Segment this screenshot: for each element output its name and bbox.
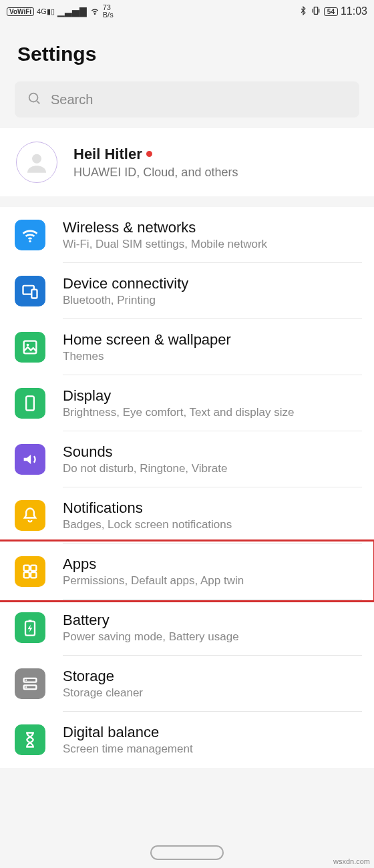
status-bar: VoWiFi 4G▮▯ ▁▃▅▇ 73 B/s 54 11:03 (0, 0, 374, 23)
settings-item-notifications[interactable]: NotificationsBadges, Lock screen notific… (0, 487, 374, 544)
wallpaper-icon (15, 332, 45, 363)
account-row[interactable]: Heil Hitler HUAWEI ID, Cloud, and others (0, 128, 374, 196)
storage-icon (15, 668, 45, 699)
item-subtitle: Wi-Fi, Dual SIM settings, Mobile network (63, 238, 362, 251)
battery-indicator: 54 (324, 7, 338, 16)
svg-point-0 (94, 13, 95, 14)
battery-icon (15, 612, 45, 643)
sound-icon (15, 444, 45, 475)
item-title: Wireless & networks (63, 219, 362, 236)
status-left: VoWiFi 4G▮▯ ▁▃▅▇ 73 B/s (7, 4, 114, 19)
apps-icon (15, 556, 45, 587)
item-subtitle: Brightness, Eye comfort, Text and displa… (63, 406, 362, 419)
signal-icon: 4G▮▯ (37, 7, 55, 16)
search-placeholder: Search (51, 92, 93, 107)
item-title: Device connectivity (63, 275, 362, 292)
item-title: Home screen & wallpaper (63, 331, 362, 349)
item-subtitle: Storage cleaner (63, 686, 362, 700)
display-icon (15, 388, 45, 419)
svg-rect-1 (314, 7, 317, 14)
settings-list: Wireless & networksWi-Fi, Dual SIM setti… (0, 207, 374, 768)
search-icon (27, 91, 41, 109)
item-title: Display (63, 387, 362, 405)
net-speed: 73 B/s (103, 4, 114, 19)
notification-dot (146, 151, 152, 157)
bluetooth-icon (299, 6, 308, 17)
settings-item-display[interactable]: DisplayBrightness, Eye comfort, Text and… (0, 375, 374, 431)
item-subtitle: Power saving mode, Battery usage (63, 630, 362, 644)
account-subtitle: HUAWEI ID, Cloud, and others (73, 166, 358, 180)
item-subtitle: Permissions, Default apps, App twin (63, 574, 362, 588)
settings-item-home-screen-wallpaper[interactable]: Home screen & wallpaperThemes (0, 319, 374, 375)
svg-point-2 (29, 93, 38, 101)
item-subtitle: Themes (63, 350, 362, 363)
item-title: Battery (63, 612, 362, 629)
device-icon (15, 276, 45, 306)
settings-item-device-connectivity[interactable]: Device connectivityBluetooth, Printing (0, 263, 374, 319)
settings-item-digital-balance[interactable]: Digital balanceScreen time management (0, 712, 374, 768)
vibrate-icon (311, 5, 321, 18)
settings-item-sounds[interactable]: SoundsDo not disturb, Ringtone, Vibrate (0, 431, 374, 487)
page-title: Settings (0, 23, 374, 81)
watermark: wsxdn.com (333, 857, 370, 865)
account-name: Heil Hitler (73, 146, 358, 163)
item-subtitle: Screen time management (63, 742, 362, 756)
status-right: 54 11:03 (299, 5, 367, 18)
svg-point-3 (32, 154, 41, 164)
settings-item-wireless-networks[interactable]: Wireless & networksWi-Fi, Dual SIM setti… (0, 207, 374, 263)
vowifi-badge: VoWiFi (7, 7, 34, 16)
item-subtitle: Bluetooth, Printing (63, 294, 362, 307)
hourglass-icon (15, 724, 45, 755)
bars-icon: ▁▃▅▇ (57, 6, 87, 17)
search-input[interactable]: Search (15, 81, 359, 118)
settings-item-storage[interactable]: StorageStorage cleaner (0, 656, 374, 712)
settings-item-battery[interactable]: BatteryPower saving mode, Battery usage (0, 600, 374, 656)
nav-pill[interactable] (150, 845, 224, 860)
item-subtitle: Do not disturb, Ringtone, Vibrate (63, 462, 362, 475)
item-subtitle: Badges, Lock screen notifications (63, 518, 362, 531)
wifi-icon (15, 220, 45, 250)
settings-item-apps[interactable]: AppsPermissions, Default apps, App twin (0, 544, 374, 600)
item-title: Notifications (63, 499, 362, 517)
item-title: Apps (63, 556, 362, 573)
item-title: Digital balance (63, 724, 362, 741)
wifi-status-icon (89, 5, 100, 18)
clock: 11:03 (341, 5, 367, 17)
bell-icon (15, 500, 45, 531)
avatar (16, 142, 57, 183)
item-title: Sounds (63, 443, 362, 461)
item-title: Storage (63, 668, 362, 685)
